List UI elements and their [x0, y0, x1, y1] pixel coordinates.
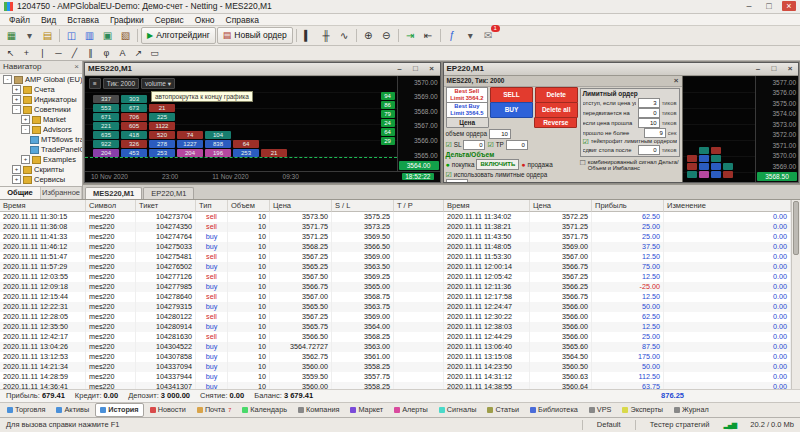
history-row[interactable]: 2020.11.11 11:30:15mes220104273704sell10… [0, 212, 791, 222]
history-row[interactable]: 2020.11.11 13:04:26mes220104304522buy103… [0, 342, 791, 352]
navigator-tab-Избранное[interactable]: Избранное [41, 187, 82, 199]
combined-signal-row[interactable]: ☐ комбинированный сигнал Дельта/Объем и … [580, 159, 680, 171]
column-header-S / L[interactable]: S / L [332, 200, 394, 212]
price-button[interactable]: Цена [446, 117, 489, 128]
expand-icon[interactable]: + [12, 175, 21, 184]
market-watch-icon[interactable]: ◫ [63, 27, 80, 44]
delta-tolerance-input[interactable]: 2 [446, 179, 468, 182]
tree-item-TradePanelCME[interactable]: TradePanelCME [0, 145, 82, 155]
chart1-plot-area[interactable]: ≡Тик: 2000volume ▾ автопрокрутка к концу… [85, 76, 397, 171]
limit-row-input[interactable]: 0 [638, 108, 660, 118]
column-header-Символ[interactable]: Символ [86, 200, 136, 212]
chart2-restore-icon[interactable]: □ [769, 64, 779, 73]
history-row[interactable]: 2020.11.11 12:28:05mes220104280122sell10… [0, 312, 791, 322]
toolbox-tab-Эксперты[interactable]: Эксперты [617, 403, 668, 417]
zoom-in-icon[interactable]: ⊕ [360, 27, 377, 44]
navigator-panel-icon[interactable]: ▣ [99, 27, 116, 44]
delta-sell-radio[interactable]: ● [521, 161, 525, 168]
scrollbar-thumb[interactable] [793, 201, 799, 255]
menu-item-Справка[interactable]: Справка [221, 15, 264, 25]
toolbox-tab-Алерты[interactable]: Алерты [389, 403, 433, 417]
toolbox-tab-Компания[interactable]: Компания [293, 403, 344, 417]
text-icon[interactable]: A [115, 46, 130, 60]
expand-icon[interactable]: + [12, 95, 21, 104]
notifications-icon[interactable]: ✉1 [480, 27, 497, 44]
collapse-icon[interactable]: - [21, 125, 30, 134]
expand-icon[interactable]: + [12, 85, 21, 94]
reverse-button[interactable]: Reverse [534, 117, 577, 128]
crosshair-icon[interactable]: + [19, 46, 34, 60]
combined-checkbox-icon[interactable]: ☐ [580, 159, 586, 166]
history-row[interactable]: 2020.11.11 11:57:29mes220104276502buy103… [0, 262, 791, 272]
toolbox-tab-Календарь[interactable]: Календарь [237, 403, 292, 417]
chart2-titlebar[interactable]: EP220,M1 – □ × [444, 63, 799, 76]
toolbox-tab-Статьи[interactable]: Статьи [482, 403, 524, 417]
menu-item-Вставка[interactable]: Вставка [62, 15, 104, 25]
candle-chart-icon[interactable]: ╫ [318, 27, 335, 44]
chart2-close-icon[interactable]: × [785, 64, 795, 73]
toolbox-tab-Журнал[interactable]: Журнал [669, 403, 714, 417]
menu-item-Графики[interactable]: Графики [105, 15, 149, 25]
buy-button[interactable]: BUY [490, 102, 533, 118]
line-chart-icon[interactable]: ∿ [336, 27, 353, 44]
zoom-out-icon[interactable]: ⊖ [378, 27, 395, 44]
column-header-Прибыль[interactable]: Прибыль [592, 200, 664, 212]
chart-toolbar-chip[interactable]: ≡ [89, 78, 101, 89]
column-header-T / P[interactable]: T / P [394, 200, 444, 212]
arrows-icon[interactable]: ↗ [131, 46, 146, 60]
expand-icon[interactable]: + [12, 165, 21, 174]
delete-button[interactable]: Delete [535, 87, 578, 103]
best-sell-limit-button[interactable]: Best Sell Limit 3564.2 [446, 87, 489, 103]
chart-tab-MES220,M1[interactable]: MES220,M1 [85, 187, 142, 199]
column-header-Время[interactable]: Время [444, 200, 530, 212]
data-window-icon[interactable]: ▥ [81, 27, 98, 44]
delta-buy-radio[interactable]: ● [446, 161, 450, 168]
limit-row-input[interactable]: 9 [644, 128, 666, 138]
toolbox-tab-Сигналы[interactable]: Сигналы [434, 403, 482, 417]
tree-item-Скрипты[interactable]: +Скрипты [0, 165, 82, 175]
history-row[interactable]: 2020.11.11 12:09:18mes220104277985buy103… [0, 282, 791, 292]
trade-panel-header[interactable]: MES220, Тик: 2000 × [444, 76, 682, 87]
history-row[interactable]: 2020.11.11 12:22:31mes220104279315buy103… [0, 302, 791, 312]
history-row[interactable]: 2020.11.11 12:42:17mes220104281630sell10… [0, 332, 791, 342]
channel-icon[interactable]: ∥ [83, 46, 98, 60]
tree-item-Examples[interactable]: +Examples [0, 155, 82, 165]
menu-item-Окно[interactable]: Окно [190, 15, 220, 25]
limit-row-input[interactable]: 10 [638, 118, 660, 128]
tp-input[interactable]: 0 [506, 140, 528, 150]
history-row[interactable]: 2020.11.11 13:12:53mes220104307858buy103… [0, 352, 791, 362]
column-header-Тип[interactable]: Тип [196, 200, 228, 212]
toolbox-tab-Библиотека[interactable]: Библиотека [525, 403, 583, 417]
history-row[interactable]: 2020.11.11 12:15:44mes220104278640sell10… [0, 292, 791, 302]
cursor-icon[interactable]: ↖ [3, 46, 18, 60]
close-icon[interactable]: × [782, 1, 796, 11]
tree-item-MT5flows trade[interactable]: MT5flows trade [0, 135, 82, 145]
collapse-icon[interactable]: - [3, 75, 12, 84]
delta-use-limit-checkbox-icon[interactable]: ☑ [446, 171, 452, 178]
column-header-Цена[interactable]: Цена [270, 200, 332, 212]
limit-row-input[interactable]: 0 [638, 145, 660, 155]
trendline-icon[interactable]: ╱ [67, 46, 82, 60]
tree-item-Счета[interactable]: +Счета [0, 85, 82, 95]
timeframes-icon[interactable]: ▾ [462, 27, 479, 44]
shapes-icon[interactable]: ▭ [147, 46, 162, 60]
chart-toolbar-chip[interactable]: Тик: 2000 [103, 78, 139, 89]
column-header-Время[interactable]: Время [0, 200, 86, 212]
indicators-icon[interactable]: ƒ [444, 27, 461, 44]
volume-input[interactable]: 10 [489, 129, 511, 139]
delta-enable-button[interactable]: ВКЛЮЧИТЬ [476, 159, 519, 170]
chart-toolbar-chip[interactable]: volume ▾ [141, 78, 175, 89]
chart2-minimize-icon[interactable]: – [753, 64, 763, 73]
minimize-icon[interactable]: – [742, 1, 756, 11]
algo-trading-button[interactable]: ▶ Алготрейдинг [141, 27, 216, 44]
menu-item-Файл[interactable]: Файл [4, 15, 35, 25]
column-header-Тикет[interactable]: Тикет [136, 200, 196, 212]
column-header-Цена[interactable]: Цена [530, 200, 592, 212]
history-row[interactable]: 2020.11.11 11:41:33mes220104274764buy103… [0, 232, 791, 242]
navigator-close-icon[interactable]: × [74, 62, 79, 71]
history-row[interactable]: 2020.11.11 12:35:50mes220104280914buy103… [0, 322, 791, 332]
bar-chart-icon[interactable]: ▍ [300, 27, 317, 44]
toolbox-tab-Новости[interactable]: Новости [145, 403, 191, 417]
column-header-Объем[interactable]: Объем [228, 200, 270, 212]
tree-item-Market[interactable]: +Market [0, 115, 82, 125]
